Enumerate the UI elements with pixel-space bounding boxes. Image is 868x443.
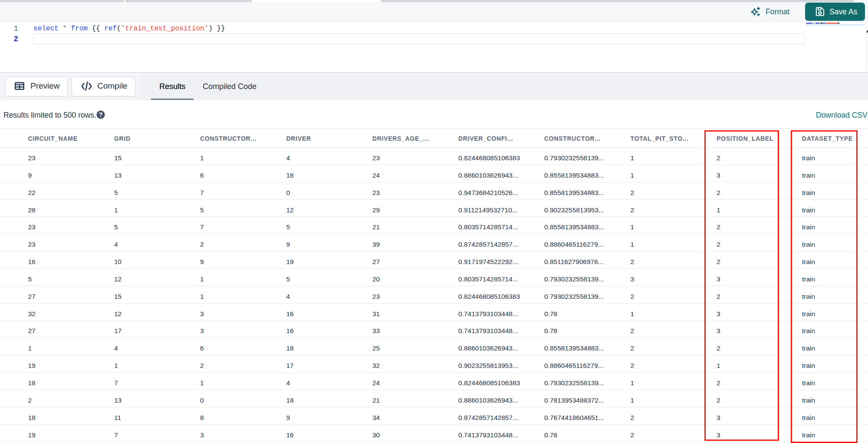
svg-text:?: ? xyxy=(99,111,102,118)
